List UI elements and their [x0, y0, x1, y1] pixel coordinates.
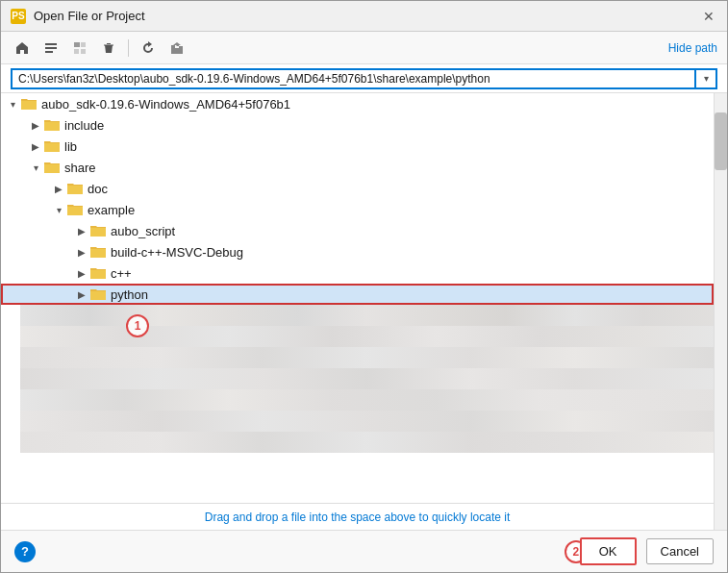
tree-row[interactable]: ▶ lib	[1, 136, 714, 157]
refresh-button[interactable]	[137, 37, 160, 60]
blurred-row	[20, 305, 714, 326]
expand-icon[interactable]: ▶	[28, 114, 43, 136]
footer: ? 2 OK Cancel	[1, 530, 727, 572]
scrollbar-thumb[interactable]	[715, 112, 727, 170]
tree-row[interactable]: ▶ include	[1, 114, 714, 136]
ok-button[interactable]: OK	[580, 537, 637, 565]
footer-right: 2 OK Cancel	[580, 537, 714, 565]
app-icon: PS	[11, 9, 26, 24]
folder-icon	[89, 286, 107, 302]
footer-left: ?	[14, 541, 36, 562]
tree-item-label: aubo_sdk-0.19.6-Windows_AMD64+5f076b1	[41, 97, 290, 112]
blurred-row	[20, 432, 714, 453]
folder-icon	[89, 265, 107, 281]
path-dropdown-button[interactable]: ▾	[696, 68, 717, 89]
tree-item-label: c++	[111, 266, 132, 281]
tree-item-label: doc	[88, 182, 108, 196]
recent-button[interactable]	[68, 37, 91, 60]
toolbar: Hide path	[1, 32, 727, 64]
expand-icon[interactable]: ▾	[28, 157, 43, 178]
folder-icon	[43, 117, 61, 133]
tree-item-label: example	[88, 203, 135, 217]
drag-hint: Drag and drop a file into the space abov…	[1, 503, 714, 530]
svg-rect-3	[74, 42, 80, 47]
tree-item-label: lib	[64, 139, 77, 154]
tree-row[interactable]: ▶ aubo_script	[1, 220, 714, 241]
tree-item-label: include	[64, 118, 104, 133]
tree-wrapper: 1 ▾ aubo_sdk-0.19.6-Windows_AMD64+5f076b…	[1, 93, 714, 530]
expand-icon[interactable]: ▶	[74, 241, 89, 262]
svg-rect-0	[45, 43, 57, 45]
expand-icon[interactable]: ▶	[51, 178, 66, 199]
home-button[interactable]	[11, 37, 34, 60]
expand-icon[interactable]: ▶	[74, 284, 89, 305]
delete-button[interactable]	[97, 37, 120, 60]
blurred-row	[20, 389, 714, 411]
scrollbar[interactable]	[714, 93, 727, 530]
svg-rect-4	[81, 42, 86, 47]
toolbar-left	[11, 37, 188, 60]
folder-icon	[89, 244, 107, 260]
expand-icon[interactable]: ▶	[74, 220, 89, 241]
tree-row[interactable]: ▾ example	[1, 199, 714, 220]
tree-row[interactable]: ▾ share	[1, 157, 714, 178]
svg-rect-5	[74, 49, 79, 54]
folder-up-button[interactable]	[165, 37, 188, 60]
file-tree: ▾ aubo_sdk-0.19.6-Windows_AMD64+5f076b1 …	[1, 93, 714, 503]
expand-icon[interactable]: ▶	[28, 136, 43, 157]
svg-rect-6	[81, 49, 86, 54]
toolbar-divider-1	[128, 39, 129, 57]
close-button[interactable]: ✕	[700, 8, 717, 25]
ok-wrapper: 2 OK	[580, 537, 637, 565]
folder-icon	[89, 223, 107, 238]
view-button[interactable]	[39, 37, 63, 60]
path-bar: ▾	[1, 64, 727, 93]
tree-item-label: share	[64, 161, 96, 175]
path-input[interactable]	[11, 68, 696, 89]
title-bar: PS Open File or Project ✕	[1, 1, 727, 32]
expand-icon[interactable]: ▾	[51, 199, 66, 220]
folder-icon	[66, 202, 84, 217]
tree-row[interactable]: ▶ build-c++-MSVC-Debug	[1, 241, 714, 262]
cancel-button[interactable]: Cancel	[646, 538, 714, 564]
dialog-title: Open File or Project	[34, 9, 145, 23]
folder-icon	[20, 96, 38, 112]
main-content: 1 ▾ aubo_sdk-0.19.6-Windows_AMD64+5f076b…	[1, 93, 727, 530]
tree-item-label: python	[111, 287, 148, 302]
blurred-row	[20, 411, 714, 432]
blurred-row	[20, 347, 714, 368]
blurred-row	[20, 368, 714, 389]
tree-row[interactable]: ▶ c++	[1, 262, 714, 284]
tree-item-label: build-c++-MSVC-Debug	[111, 245, 243, 260]
annotation-badge-1: 1	[126, 314, 149, 337]
tree-item-label: aubo_script	[111, 224, 175, 238]
expand-icon[interactable]: ▾	[5, 93, 20, 114]
folder-icon	[43, 138, 61, 154]
folder-icon	[43, 160, 61, 175]
folder-icon	[66, 181, 84, 196]
expand-icon[interactable]: ▶	[74, 262, 89, 284]
help-button[interactable]: ?	[14, 541, 36, 562]
tree-row-python[interactable]: ▶ python	[1, 284, 714, 305]
title-bar-left: PS Open File or Project	[11, 9, 145, 24]
open-file-dialog: PS Open File or Project ✕	[0, 0, 728, 573]
blurred-row	[20, 326, 714, 347]
svg-rect-2	[45, 51, 53, 53]
svg-rect-1	[45, 47, 57, 49]
tree-row[interactable]: ▾ aubo_sdk-0.19.6-Windows_AMD64+5f076b1	[1, 93, 714, 114]
hide-path-button[interactable]: Hide path	[668, 41, 717, 55]
tree-row[interactable]: ▶ doc	[1, 178, 714, 199]
